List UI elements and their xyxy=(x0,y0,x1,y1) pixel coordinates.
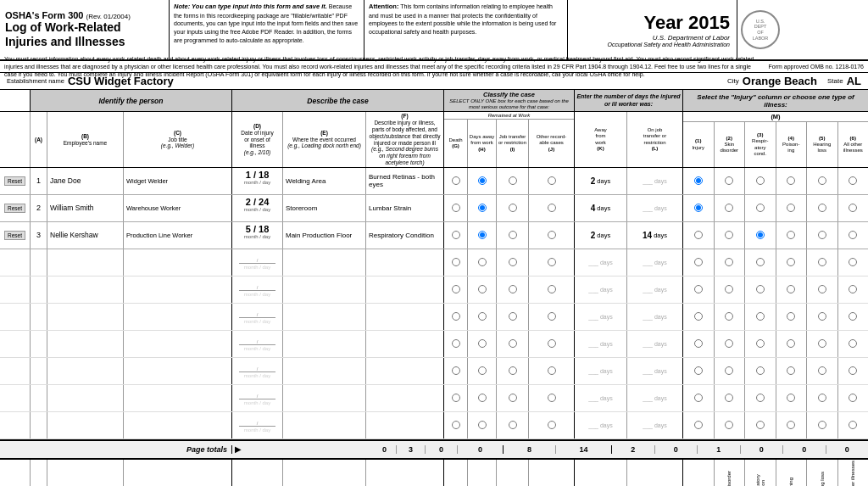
classify-h[interactable] xyxy=(468,277,497,303)
classify-h[interactable] xyxy=(468,331,497,357)
reset-button[interactable]: Reset xyxy=(4,231,25,240)
classify-h[interactable] xyxy=(468,195,497,221)
injury-m1[interactable] xyxy=(683,249,715,276)
classify-i[interactable] xyxy=(497,358,529,384)
injury-m6[interactable] xyxy=(838,304,869,330)
injury-m2[interactable] xyxy=(715,304,746,330)
injury-m2[interactable] xyxy=(715,222,746,249)
injury-m2[interactable] xyxy=(715,412,746,439)
injury-m6[interactable] xyxy=(838,277,869,303)
injury-m1[interactable] xyxy=(683,195,715,221)
injury-m6[interactable] xyxy=(838,358,869,384)
injury-m5[interactable] xyxy=(807,277,838,303)
classify-j[interactable] xyxy=(529,195,575,221)
injury-m3[interactable] xyxy=(745,412,776,439)
injury-m5[interactable] xyxy=(807,331,838,357)
injury-m4[interactable] xyxy=(776,277,808,303)
classify-i[interactable] xyxy=(497,222,529,249)
injury-m3[interactable] xyxy=(745,195,776,221)
classify-h[interactable] xyxy=(468,412,497,439)
injury-m4[interactable] xyxy=(776,358,808,384)
injury-m1[interactable] xyxy=(683,358,715,384)
reset-button[interactable]: Reset xyxy=(4,204,25,213)
injury-m6[interactable] xyxy=(838,385,869,411)
classify-i[interactable] xyxy=(497,331,529,357)
classify-j[interactable] xyxy=(529,168,575,194)
classify-i[interactable] xyxy=(497,412,529,439)
classify-g[interactable] xyxy=(444,385,468,411)
injury-m4[interactable] xyxy=(776,168,808,194)
injury-m4[interactable] xyxy=(776,304,808,330)
injury-m2[interactable] xyxy=(715,385,746,411)
injury-m3[interactable] xyxy=(745,304,776,330)
injury-m5[interactable] xyxy=(807,249,838,276)
injury-m2[interactable] xyxy=(715,249,746,276)
injury-m5[interactable] xyxy=(807,358,838,384)
injury-m1[interactable] xyxy=(683,412,715,439)
injury-m3[interactable] xyxy=(745,222,776,249)
injury-m4[interactable] xyxy=(776,249,808,276)
injury-m2[interactable] xyxy=(715,168,746,194)
classify-g[interactable] xyxy=(444,168,468,194)
injury-m1[interactable] xyxy=(683,385,715,411)
injury-m6[interactable] xyxy=(838,168,869,194)
classify-j[interactable] xyxy=(529,249,575,276)
classify-i[interactable] xyxy=(497,277,529,303)
injury-m1[interactable] xyxy=(683,168,715,194)
classify-i[interactable] xyxy=(497,195,529,221)
classify-h[interactable] xyxy=(468,358,497,384)
injury-m3[interactable] xyxy=(745,331,776,357)
injury-m3[interactable] xyxy=(745,385,776,411)
classify-i[interactable] xyxy=(497,385,529,411)
classify-g[interactable] xyxy=(444,222,468,249)
classify-g[interactable] xyxy=(444,195,468,221)
classify-h[interactable] xyxy=(468,222,497,249)
classify-g[interactable] xyxy=(444,358,468,384)
injury-m2[interactable] xyxy=(715,358,746,384)
injury-m1[interactable] xyxy=(683,277,715,303)
injury-m3[interactable] xyxy=(745,168,776,194)
classify-i[interactable] xyxy=(497,304,529,330)
injury-m5[interactable] xyxy=(807,195,838,221)
injury-m5[interactable] xyxy=(807,412,838,439)
injury-m2[interactable] xyxy=(715,195,746,221)
injury-m3[interactable] xyxy=(745,249,776,276)
classify-i[interactable] xyxy=(497,168,529,194)
classify-g[interactable] xyxy=(444,277,468,303)
injury-m4[interactable] xyxy=(776,195,808,221)
classify-j[interactable] xyxy=(529,358,575,384)
classify-g[interactable] xyxy=(444,331,468,357)
injury-m6[interactable] xyxy=(838,331,869,357)
injury-m4[interactable] xyxy=(776,385,808,411)
injury-m6[interactable] xyxy=(838,222,869,249)
injury-m1[interactable] xyxy=(683,331,715,357)
injury-m6[interactable] xyxy=(838,249,869,276)
injury-m6[interactable] xyxy=(838,412,869,439)
injury-m4[interactable] xyxy=(776,412,808,439)
injury-m1[interactable] xyxy=(683,222,715,249)
classify-g[interactable] xyxy=(444,249,468,276)
classify-j[interactable] xyxy=(529,277,575,303)
reset-button[interactable]: Reset xyxy=(4,176,25,186)
injury-m5[interactable] xyxy=(807,385,838,411)
classify-i[interactable] xyxy=(497,249,529,276)
classify-j[interactable] xyxy=(529,331,575,357)
classify-j[interactable] xyxy=(529,304,575,330)
injury-m5[interactable] xyxy=(807,168,838,194)
classify-g[interactable] xyxy=(444,304,468,330)
injury-m4[interactable] xyxy=(776,331,808,357)
classify-h[interactable] xyxy=(468,168,497,194)
classify-h[interactable] xyxy=(468,304,497,330)
injury-m3[interactable] xyxy=(745,277,776,303)
injury-m2[interactable] xyxy=(715,331,746,357)
classify-j[interactable] xyxy=(529,222,575,249)
injury-m5[interactable] xyxy=(807,304,838,330)
injury-m6[interactable] xyxy=(838,195,869,221)
injury-m5[interactable] xyxy=(807,222,838,249)
injury-m4[interactable] xyxy=(776,222,808,249)
injury-m3[interactable] xyxy=(745,358,776,384)
classify-j[interactable] xyxy=(529,412,575,439)
classify-g[interactable] xyxy=(444,412,468,439)
classify-h[interactable] xyxy=(468,249,497,276)
injury-m1[interactable] xyxy=(683,304,715,330)
